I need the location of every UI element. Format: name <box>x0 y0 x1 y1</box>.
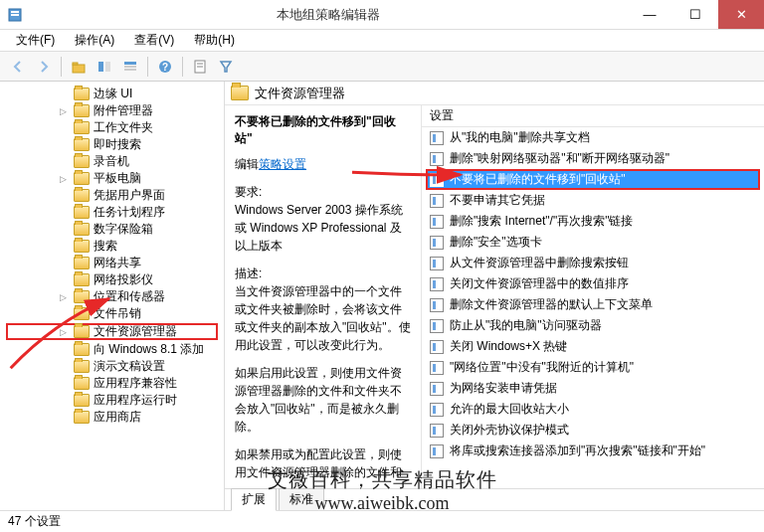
menu-action[interactable]: 操作(A) <box>67 30 122 51</box>
expand-icon[interactable]: ▷ <box>60 106 70 116</box>
tree-item[interactable]: 应用程序运行时 <box>0 392 224 409</box>
policy-icon <box>430 173 444 187</box>
tree-item[interactable]: 文件吊销 <box>0 305 224 322</box>
tab-extended[interactable]: 扩展 <box>231 488 277 511</box>
setting-label: 从文件资源管理器中删除搜索按钮 <box>450 255 629 271</box>
setting-row[interactable]: 防止从"我的电脑"访问驱动器 <box>422 315 764 336</box>
tree-item-label: 应用程序兼容性 <box>94 375 177 392</box>
tab-standard[interactable]: 标准 <box>279 488 324 510</box>
tree-item-label: 文件吊销 <box>94 305 141 322</box>
tree-item[interactable]: 边缘 UI <box>0 86 224 102</box>
tree-item[interactable]: 任务计划程序 <box>0 204 224 221</box>
setting-row[interactable]: 从文件资源管理器中删除搜索按钮 <box>422 253 764 273</box>
setting-row[interactable]: 不要将已删除的文件移到"回收站" <box>426 169 760 190</box>
policy-icon <box>430 361 444 375</box>
tree-item-label: 即时搜索 <box>94 136 141 153</box>
tree-item-label: 附件管理器 <box>94 102 153 119</box>
tree-item[interactable]: 应用商店 <box>0 409 224 426</box>
help-button[interactable]: ? <box>153 55 177 79</box>
tree-item-label: 网络投影仪 <box>94 271 153 288</box>
forward-button[interactable] <box>32 55 56 79</box>
policy-title: 不要将已删除的文件移到"回收站" <box>235 113 411 147</box>
folder-icon <box>74 307 90 320</box>
tree-item[interactable]: 网络投影仪 <box>0 271 224 288</box>
expand-icon[interactable]: ▷ <box>60 174 70 184</box>
view-list-button[interactable] <box>93 55 116 79</box>
folder-icon <box>74 273 90 286</box>
setting-label: 删除"搜索 Internet"/"再次搜索"链接 <box>450 213 633 230</box>
tree-item[interactable]: 录音机 <box>0 153 224 170</box>
folder-icon <box>74 121 90 134</box>
maximize-button[interactable]: ☐ <box>672 0 718 29</box>
setting-label: 删除"安全"选项卡 <box>450 234 542 251</box>
folder-icon <box>74 343 90 356</box>
folder-icon <box>74 189 90 202</box>
view-detail-button[interactable] <box>118 55 142 79</box>
setting-row[interactable]: 删除"安全"选项卡 <box>422 232 764 253</box>
policy-icon <box>430 152 444 166</box>
folder-icon <box>74 290 90 303</box>
menu-file[interactable]: 文件(F) <box>8 30 63 51</box>
setting-row[interactable]: 删除"搜索 Internet"/"再次搜索"链接 <box>422 211 764 232</box>
setting-row[interactable]: 关闭文件资源管理器中的数值排序 <box>422 273 764 294</box>
menu-help[interactable]: 帮助(H) <box>186 30 243 51</box>
setting-row[interactable]: 为网络安装申请凭据 <box>422 378 764 399</box>
setting-row[interactable]: 允许的最大回收站大小 <box>422 399 764 420</box>
tree-item-label: 网络共享 <box>94 255 141 271</box>
setting-row[interactable]: "网络位置"中没有"我附近的计算机" <box>422 357 764 378</box>
folder-icon <box>231 86 249 100</box>
tree-item[interactable]: 向 Windows 8.1 添加 <box>0 341 224 358</box>
properties-button[interactable] <box>188 55 212 79</box>
tree-item[interactable]: ▷平板电脑 <box>0 170 224 187</box>
setting-row[interactable]: 删除文件资源管理器的默认上下文菜单 <box>422 294 764 315</box>
expand-icon[interactable]: ▷ <box>60 292 70 302</box>
setting-row[interactable]: 不要申请其它凭据 <box>422 190 764 211</box>
setting-label: 不要申请其它凭据 <box>450 192 545 209</box>
tree-item[interactable]: 网络共享 <box>0 255 224 271</box>
tree-item[interactable]: ▷附件管理器 <box>0 102 224 119</box>
tree-item-label: 应用程序运行时 <box>94 392 177 409</box>
folder-icon <box>74 411 90 424</box>
policy-icon <box>430 131 444 145</box>
minimize-button[interactable]: — <box>627 0 672 29</box>
folder-icon <box>74 88 90 100</box>
menu-view[interactable]: 查看(V) <box>126 30 182 51</box>
setting-row[interactable]: 关闭 Windows+X 热键 <box>422 336 764 357</box>
tree-item[interactable]: 演示文稿设置 <box>0 358 224 375</box>
setting-row[interactable]: 删除"映射网络驱动器"和"断开网络驱动器" <box>422 148 764 169</box>
app-icon <box>0 7 30 23</box>
tree-item[interactable]: ▷文件资源管理器 <box>6 323 218 340</box>
expand-icon[interactable]: ▷ <box>60 327 70 337</box>
setting-label: 允许的最大回收站大小 <box>450 401 569 418</box>
policy-icon <box>430 424 444 438</box>
filter-button[interactable] <box>214 55 238 79</box>
svg-rect-9 <box>124 69 136 71</box>
setting-row[interactable]: 将库或搜索连接器添加到"再次搜索"链接和"开始" <box>422 441 764 461</box>
tree-pane[interactable]: 边缘 UI▷附件管理器工作文件夹即时搜索录音机▷平板电脑凭据用户界面任务计划程序… <box>0 82 225 510</box>
setting-row[interactable]: 关闭外壳协议保护模式 <box>422 420 764 441</box>
content-title: 文件资源管理器 <box>255 85 345 102</box>
policy-icon <box>430 319 444 333</box>
policy-icon <box>430 403 444 417</box>
tree-item[interactable]: ▷位置和传感器 <box>0 288 224 305</box>
tree-item[interactable]: 数字保险箱 <box>0 221 224 238</box>
close-button[interactable]: ✕ <box>718 0 764 29</box>
tree-item[interactable]: 凭据用户界面 <box>0 187 224 204</box>
tree-item[interactable]: 搜索 <box>0 238 224 255</box>
tree-item[interactable]: 即时搜索 <box>0 136 224 153</box>
tree-item[interactable]: 应用程序兼容性 <box>0 375 224 392</box>
setting-label: 将库或搜索连接器添加到"再次搜索"链接和"开始" <box>450 443 705 459</box>
edit-policy-link[interactable]: 策略设置 <box>259 157 306 171</box>
back-button[interactable] <box>6 55 30 79</box>
svg-rect-3 <box>73 65 85 73</box>
tree-item[interactable]: 工作文件夹 <box>0 119 224 136</box>
folder-icon <box>74 377 90 390</box>
up-button[interactable] <box>67 55 91 79</box>
policy-icon <box>430 194 444 208</box>
column-header-setting[interactable]: 设置 <box>422 105 764 127</box>
tree-item-label: 向 Windows 8.1 添加 <box>94 341 204 358</box>
settings-list[interactable]: 从"我的电脑"删除共享文档删除"映射网络驱动器"和"断开网络驱动器"不要将已删除… <box>422 127 764 488</box>
setting-label: 关闭外壳协议保护模式 <box>450 422 569 439</box>
settings-pane: 设置 从"我的电脑"删除共享文档删除"映射网络驱动器"和"断开网络驱动器"不要将… <box>422 105 764 488</box>
setting-row[interactable]: 从"我的电脑"删除共享文档 <box>422 127 764 148</box>
